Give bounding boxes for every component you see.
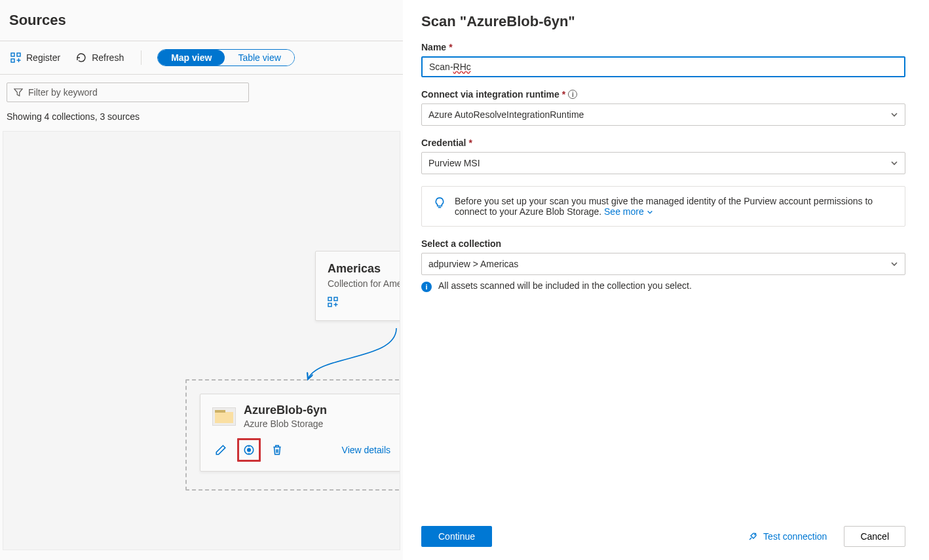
collection-select[interactable]: adpurview > Americas — [421, 253, 905, 275]
lightbulb-icon — [434, 197, 446, 209]
continue-button[interactable]: Continue — [421, 526, 492, 547]
chevron-down-icon — [890, 159, 898, 167]
runtime-value: Azure AutoResolveIntegrationRuntime — [428, 109, 584, 120]
scan-name-input[interactable]: Scan-RHc — [421, 56, 905, 77]
info-icon[interactable]: i — [568, 90, 577, 99]
scan-panel: Scan "AzureBlob-6yn" Name * Scan-RHc Con… — [403, 0, 929, 560]
credential-value: Purview MSI — [428, 158, 480, 168]
cancel-button[interactable]: Cancel — [844, 526, 905, 547]
collection-helper: All assets scanned will be included in t… — [438, 280, 692, 291]
chevron-down-icon — [890, 260, 898, 268]
panel-title: Scan "AzureBlob-6yn" — [421, 13, 905, 30]
test-connection-button[interactable]: Test connection — [748, 531, 827, 542]
collection-label: Select a collection — [421, 238, 501, 249]
runtime-label: Connect via integration runtime — [421, 89, 559, 100]
collection-value: adpurview > Americas — [428, 259, 518, 269]
plug-icon — [748, 531, 758, 542]
chevron-down-icon — [890, 111, 898, 119]
name-label: Name — [421, 42, 446, 52]
see-more-link[interactable]: See more — [604, 206, 653, 217]
credential-label: Credential — [421, 138, 466, 148]
panel-footer: Continue Test connection Cancel — [421, 513, 905, 547]
sources-pane: Sources Register Refresh Map view Table … — [0, 0, 403, 560]
credential-select[interactable]: Purview MSI — [421, 152, 905, 174]
info-badge-icon: i — [421, 282, 432, 292]
runtime-select[interactable]: Azure AutoResolveIntegrationRuntime — [421, 103, 905, 126]
tip-box: Before you set up your scan you must giv… — [421, 186, 905, 227]
tip-text: Before you set up your scan you must giv… — [455, 196, 873, 217]
chevron-down-icon — [647, 209, 653, 215]
